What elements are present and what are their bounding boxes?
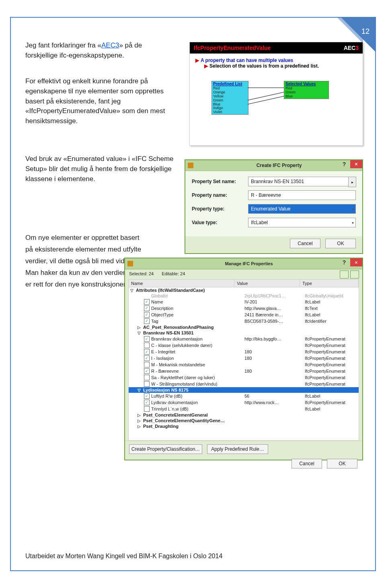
help-button[interactable]: ? bbox=[338, 160, 350, 168]
dialog-manage-ifc-properties: Manage IFC Properties ? × Selected: 24 E… bbox=[124, 258, 363, 460]
group-brannkrav[interactable]: ▽Brannkrav NS-EN 13501 bbox=[129, 330, 359, 336]
checkbox[interactable] bbox=[144, 362, 150, 367]
grid-body[interactable]: ▽Attributes (IfcWallStandardCase) Global… bbox=[128, 287, 359, 441]
status-editable: Editable: 24 bbox=[162, 271, 185, 276]
checkbox[interactable]: ✓ bbox=[144, 336, 150, 342]
checkbox[interactable]: ✓ bbox=[144, 299, 150, 305]
field-property-type[interactable]: Enumerated Value bbox=[248, 204, 356, 214]
table-row[interactable]: ✓Lydkrav dokumentasjonhttp://www.rock…If… bbox=[129, 399, 359, 406]
field-property-set[interactable]: Brannkrav NS-EN 13501▸ bbox=[248, 177, 356, 186]
table-row[interactable]: Sa - Røyktetthet (dører og luker)IfcProp… bbox=[129, 374, 359, 381]
paragraph-1: Jeg fant forklaringer fra «AEC3» på de f… bbox=[25, 41, 170, 60]
group-attributes[interactable]: ▽Attributes (IfcWallStandardCase) bbox=[129, 287, 359, 293]
checkbox[interactable]: ✓ bbox=[144, 349, 150, 355]
table-row[interactable]: ✓Descriptionhttp://www.glava…IfcText bbox=[129, 305, 359, 312]
label-property-set: Property Set name: bbox=[192, 179, 248, 184]
page-footer: Utarbeidet av Morten Wang Kingell ved BI… bbox=[25, 553, 222, 560]
checkbox[interactable]: ✓ bbox=[144, 305, 150, 311]
table-row[interactable]: GlobalId2rpUIp1RbCPxoc1…IfcGloballyUniqu… bbox=[129, 293, 359, 299]
aec3-brand: AEC3 bbox=[344, 45, 359, 51]
close-button[interactable]: × bbox=[350, 160, 362, 168]
ok-button[interactable]: OK bbox=[327, 459, 357, 468]
grid-header: Name Value Type bbox=[128, 279, 359, 287]
set-picker-button[interactable]: ▸ bbox=[348, 177, 356, 187]
table-row[interactable]: ✓E - Integritet180IfcPropertyEnumerat bbox=[129, 349, 359, 355]
close-button[interactable]: × bbox=[350, 258, 362, 266]
svg-line-2 bbox=[248, 96, 284, 104]
cancel-button[interactable]: Cancel bbox=[290, 239, 320, 248]
dialog-create-ifc-property: Create IFC Property ? × Property Set nam… bbox=[185, 159, 363, 254]
table-row[interactable]: Trinnlyd L´n,w (dB)IfcLabel bbox=[129, 406, 359, 412]
app-icon bbox=[127, 261, 133, 266]
checkbox[interactable]: ✓ bbox=[144, 368, 150, 374]
checkbox[interactable]: ✓ bbox=[144, 318, 150, 324]
checkbox[interactable]: ✓ bbox=[144, 393, 150, 399]
toolbar-icon-1[interactable] bbox=[340, 270, 349, 279]
table-row[interactable]: ✓R - Bæreevne180IfcPropertyEnumerat bbox=[129, 368, 359, 374]
table-row[interactable]: W - Strålingsmotstand (dør/vindu)IfcProp… bbox=[129, 381, 359, 387]
paragraph-3: Ved bruk av «Enumerated value» i «IFC Sc… bbox=[25, 154, 178, 184]
group-lydisolasjon[interactable]: ▽Lydisolasjon NS 8175 bbox=[129, 387, 359, 393]
checkbox[interactable]: ✓ bbox=[144, 312, 150, 318]
fig1-title: IfcPropertyEnumeratedValue bbox=[194, 45, 271, 51]
fig1-headline: ▶A property that can have multiple value… bbox=[195, 58, 357, 63]
label-value-type: Value type: bbox=[192, 220, 248, 225]
figure-ifc-property-enum: IfcPropertyEnumeratedValue AEC3 ▶A prope… bbox=[189, 42, 363, 146]
dialog-title: Manage IFC Properties bbox=[136, 261, 362, 266]
group-renovation[interactable]: ▷AC_Pset_RenovationAndPhasing bbox=[129, 324, 359, 330]
status-selected: Selected: 24 bbox=[129, 271, 154, 276]
fig1-subline: ▶Selection of the values is from a prede… bbox=[204, 63, 357, 69]
group-concrete-quantity[interactable]: ▷Pset_ConcreteElementQuantityGene… bbox=[129, 418, 359, 423]
connector-lines bbox=[211, 81, 332, 125]
checkbox[interactable] bbox=[144, 375, 150, 380]
label-property-name: Property name: bbox=[192, 192, 248, 198]
checkbox[interactable] bbox=[144, 381, 150, 387]
checkbox[interactable] bbox=[144, 406, 150, 412]
label-property-type: Property type: bbox=[192, 206, 248, 212]
paragraph-2: For effektivt og enkelt kunne forandre p… bbox=[25, 76, 170, 126]
table-row[interactable]: C - klasse (selvlukkende dører)IfcProper… bbox=[129, 342, 359, 349]
checkbox[interactable]: ✓ bbox=[144, 400, 150, 405]
app-icon bbox=[188, 163, 193, 168]
group-draughting[interactable]: ▷Pset_Draughting bbox=[129, 423, 359, 429]
field-property-name[interactable]: R - Bæreevne bbox=[248, 190, 356, 200]
toolbar-icon-2[interactable] bbox=[350, 270, 359, 279]
checkbox[interactable] bbox=[144, 342, 150, 348]
table-row[interactable]: ✓Luftlyd R'w (dB)56IfcLabel bbox=[129, 393, 359, 399]
table-row[interactable]: ✓ObjectType2411 Bærende in…IfcLabel bbox=[129, 312, 359, 318]
group-concrete-general[interactable]: ▷Pset_ConcreteElementGeneral bbox=[129, 412, 359, 418]
checkbox[interactable]: ✓ bbox=[144, 355, 150, 361]
table-row[interactable]: ✓NameIV-201IfcLabel bbox=[129, 299, 359, 305]
cancel-button[interactable]: Cancel bbox=[292, 459, 322, 468]
aec3-link[interactable]: AEC3 bbox=[101, 41, 119, 49]
table-row[interactable]: ✓Brannkrav dokumentasjonhttp://bks.byggf… bbox=[129, 336, 359, 342]
field-value-type[interactable]: IfcLabel bbox=[248, 218, 356, 227]
help-button[interactable]: ? bbox=[338, 258, 350, 266]
table-row[interactable]: ✓I - Isolasjon180IfcPropertyEnumerat bbox=[129, 355, 359, 361]
table-row[interactable]: M - Mekanisk motstandelseIfcPropertyEnum… bbox=[129, 361, 359, 368]
dialog-title: Create IFC Property bbox=[196, 163, 362, 168]
apply-rule-button[interactable]: Apply Predefined Rule… bbox=[207, 444, 268, 454]
table-row[interactable]: ✓TagB5CD5873-0589-…IfcIdentifier bbox=[129, 318, 359, 324]
create-property-button[interactable]: Create Property/Classification… bbox=[129, 444, 202, 454]
svg-line-1 bbox=[248, 92, 284, 100]
ok-button[interactable]: OK bbox=[325, 239, 356, 248]
